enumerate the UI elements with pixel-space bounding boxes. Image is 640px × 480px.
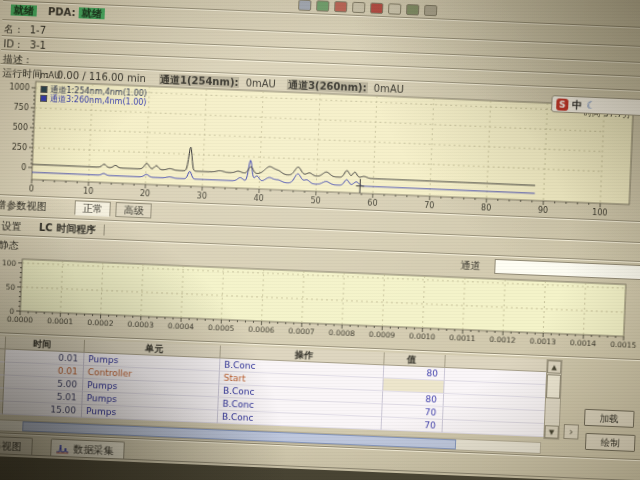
svg-text:70: 70 — [424, 201, 435, 210]
svg-text:0.0000: 0.0000 — [7, 315, 34, 325]
svg-text:0.0013: 0.0013 — [530, 336, 557, 346]
sogou-logo-icon[interactable]: S — [556, 98, 568, 110]
load-button[interactable]: 加载 — [584, 409, 635, 428]
tab-settings[interactable]: 设置 — [0, 220, 28, 232]
toolbar-icon-5[interactable] — [370, 2, 383, 14]
svg-text:60: 60 — [367, 199, 378, 208]
value-cell[interactable]: 70 — [382, 417, 443, 433]
static-label: 静态 — [0, 238, 19, 253]
svg-text:0.0002: 0.0002 — [87, 318, 114, 328]
svg-text:0.0007: 0.0007 — [288, 326, 315, 336]
status-ready-chip: 就绪 — [11, 4, 37, 16]
svg-text:250: 250 — [12, 143, 28, 153]
svg-text:50: 50 — [5, 282, 15, 291]
pda-label: PDA: — [48, 6, 76, 18]
channel3-readout-label: 通道3(260nm): — [287, 79, 368, 93]
channel3-readout-value: 0mAU — [373, 83, 404, 95]
tab-advanced[interactable]: 高级 — [115, 202, 152, 218]
scroll-up-button[interactable]: ▲ — [547, 360, 562, 374]
svg-text:20: 20 — [140, 189, 151, 198]
expand-right-button[interactable]: › — [563, 424, 579, 440]
channel1-readout-value: 0mAU — [245, 77, 276, 89]
svg-text:100: 100 — [592, 208, 608, 218]
svg-text:0.0009: 0.0009 — [369, 330, 396, 340]
draw-button[interactable]: 绘制 — [585, 433, 636, 452]
trace-260nm[interactable] — [32, 151, 536, 193]
ime-language-toggle[interactable]: 中 — [572, 99, 582, 111]
param-view-label: 谱参数视图 — [0, 199, 47, 212]
svg-text:0.0005: 0.0005 — [208, 323, 235, 333]
chromatogram-mini-icon — [55, 442, 69, 455]
svg-text:0.0014: 0.0014 — [570, 338, 597, 348]
legend-swatch-ch3 — [40, 95, 47, 102]
scroll-down-button[interactable]: ▼ — [544, 425, 559, 439]
channel-label: 通道 — [460, 259, 481, 274]
toolbar-icon-6[interactable] — [388, 3, 401, 15]
svg-text:100: 100 — [2, 258, 17, 268]
time-cursor-marker[interactable] — [356, 179, 365, 193]
channel1-readout-label: 通道1(254nm): — [159, 74, 240, 88]
svg-text:0.0003: 0.0003 — [127, 320, 154, 330]
toolbar-icon-8[interactable] — [424, 5, 437, 17]
pda-status-chip: 就绪 — [78, 7, 104, 19]
svg-text:50: 50 — [310, 196, 321, 205]
svg-text:1000: 1000 — [9, 83, 30, 93]
svg-text:0.0004: 0.0004 — [167, 321, 194, 331]
toolbar-icon-2[interactable] — [316, 0, 329, 12]
trace-254nm[interactable] — [32, 141, 536, 186]
svg-text:0.0008: 0.0008 — [328, 328, 355, 338]
svg-text:0.0006: 0.0006 — [248, 325, 275, 335]
labsolutions-window: 就绪 PDA: 就绪 名 : 1-7 ID : 3-1 描述 : 运行时间 : … — [0, 0, 640, 480]
svg-text:40: 40 — [253, 194, 264, 203]
sample-id-value: 3-1 — [30, 39, 47, 51]
vscroll-thumb[interactable] — [546, 374, 561, 399]
runtime-value: 0.00 / 116.00 min — [57, 69, 146, 84]
svg-text:500: 500 — [12, 123, 28, 133]
svg-text:0.0015: 0.0015 — [610, 340, 637, 350]
svg-text:0: 0 — [29, 184, 34, 193]
y-axis-unit-label: mAU — [40, 70, 61, 81]
svg-text:750: 750 — [13, 103, 29, 113]
ime-fullwidth-icon[interactable]: ☾ — [586, 99, 595, 111]
time-cell[interactable]: 15.00 — [3, 401, 82, 417]
chromatogram-legend: 通道1:254nm,4nm(1.00) 通道3:260nm,4nm(1.00) — [40, 85, 147, 107]
svg-text:90: 90 — [538, 206, 549, 215]
sample-name-value: 1-7 — [30, 24, 47, 36]
crt-screen: 就绪 PDA: 就绪 名 : 1-7 ID : 3-1 描述 : 运行时间 : … — [0, 0, 640, 480]
svg-text:0.0010: 0.0010 — [409, 331, 436, 341]
divider — [2, 35, 640, 65]
tab-lc-time-program[interactable]: LC 时间程序 — [31, 221, 106, 235]
table-vscrollbar[interactable]: ▲ ▼ — [543, 359, 562, 440]
toolbar-icon-1[interactable] — [298, 0, 311, 11]
svg-text:0: 0 — [9, 307, 14, 316]
svg-text:0.0001: 0.0001 — [47, 316, 74, 326]
sample-name-label: 名 : — [4, 23, 21, 35]
sample-id-label: ID : — [3, 38, 21, 50]
legend-swatch-ch1 — [40, 86, 47, 93]
svg-text:10: 10 — [83, 187, 94, 196]
toolbar-icon-3[interactable] — [334, 1, 347, 13]
svg-text:80: 80 — [481, 203, 492, 212]
svg-text:30: 30 — [197, 191, 208, 200]
tab-normal[interactable]: 正常 — [74, 200, 111, 216]
toolbar-icon-4[interactable] — [352, 2, 365, 14]
toolbar-icon-7[interactable] — [406, 4, 419, 16]
svg-text:0: 0 — [21, 163, 26, 172]
svg-text:0.0012: 0.0012 — [489, 335, 516, 345]
svg-text:0.0011: 0.0011 — [449, 333, 476, 343]
